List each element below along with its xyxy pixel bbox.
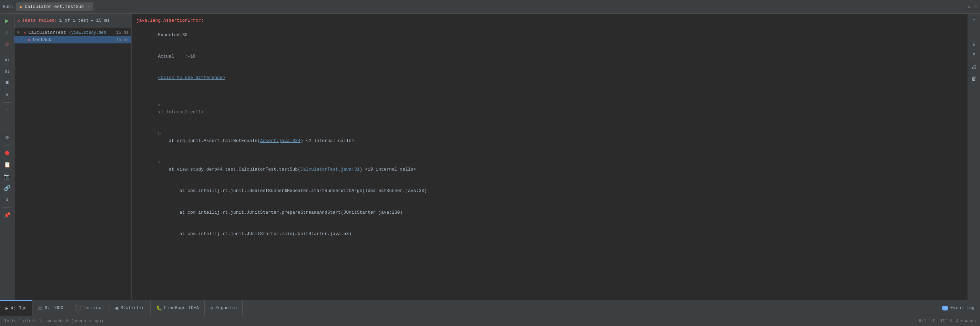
- event-log-badge: 1: [942, 306, 948, 310]
- run-label: Run:: [3, 4, 13, 9]
- click-difference-link[interactable]: <Click to see difference>: [158, 75, 225, 80]
- at-label-4: at com.intellij.rt.junit.JUnitStarter.pr…: [158, 210, 402, 215]
- stack-frame-4: at com.intellij.rt.junit.JUnitStarter.pr…: [137, 202, 963, 223]
- stack-frame-1: ▷ at org.junit.Assert.failNotEquals(Asse…: [137, 123, 963, 152]
- test-tree-items: ▼ ✕ CalculatorTest (view.study.dem 15 ms…: [14, 27, 131, 300]
- import-icon[interactable]: ⬇: [2, 195, 12, 205]
- camera-icon[interactable]: 📷: [2, 172, 12, 181]
- todo-tab-label: 6: TODO: [45, 305, 64, 310]
- status-tabs-bar: ▶ 4: Run ☰ 6: TODO ⬛ Terminal ◉ Statisti…: [0, 300, 980, 316]
- sort-button-1[interactable]: ⇅↑: [2, 55, 12, 64]
- error-icon-testsub: ✕: [27, 37, 30, 43]
- stack-frame-0: ▷ <1 internal call>: [137, 94, 963, 123]
- zeppelin-tab-icon: ◇: [210, 305, 213, 311]
- minimize-icon[interactable]: —: [975, 4, 977, 9]
- right-down-btn[interactable]: ↓: [970, 27, 978, 37]
- status-count: 1 of 1 test: [59, 18, 89, 23]
- at-label-2: at view.study.demo44.test.CalculatorTest…: [158, 167, 300, 172]
- stack-frame-3: at com.intellij.rt.junit.IdeaTestRunner$…: [137, 181, 963, 202]
- sort-button-2[interactable]: ⇅↓: [2, 67, 12, 76]
- tab-run[interactable]: ▶ 4: Run: [0, 300, 32, 316]
- main-content: ▶ ✓ ⊘ ⇅↑ ⇅↓ ≡ ≣ ↑ ↓ ⊙ 🔴 📋 📷 🔗 ⬇ 📌 ✕ Test…: [0, 14, 980, 300]
- separator-2: [3, 102, 11, 103]
- link-2[interactable]: CalculatorTest.java:31: [301, 167, 360, 172]
- list-button-2[interactable]: ≣: [2, 90, 12, 100]
- statistic-tab-label: Statistic: [121, 305, 145, 310]
- click-link-line: <Click to see difference>: [137, 68, 963, 89]
- delete-btn[interactable]: 🗑: [970, 75, 978, 83]
- extra-2: ) <19 internal calls>: [360, 167, 416, 172]
- tab-statistic[interactable]: ◉ Statistic: [110, 300, 151, 316]
- tree-time-testsub: 15 ms: [116, 38, 129, 42]
- extra-1: ) <2 internal calls>: [301, 138, 354, 143]
- indent: 4 spaces: [956, 319, 976, 324]
- separator-4: [3, 145, 11, 145]
- separator-3: [3, 130, 11, 130]
- expected-value: :30: [180, 32, 188, 38]
- todo-tab-icon: ☰: [38, 305, 42, 311]
- right-top-btn[interactable]: ⤒: [970, 51, 978, 60]
- tab-bar: Run: ▶ CalculatorTest.testSub ✕ ⚙ —: [0, 0, 980, 14]
- print-btn[interactable]: 🖨: [970, 63, 978, 72]
- run-tab-label: 4: Run: [10, 306, 27, 311]
- active-tab[interactable]: ▶ CalculatorTest.testSub ✕: [16, 2, 93, 11]
- status-failed-text: Tests failed:: [22, 18, 57, 23]
- check-button[interactable]: ✓: [2, 27, 12, 37]
- expand-btn-2[interactable]: ▷: [158, 159, 161, 165]
- tree-item-testsub[interactable]: ✕ testSub 15 ms: [14, 36, 131, 43]
- error-icon-tree: ✕: [24, 30, 26, 35]
- error-class-line: java.lang.AssertionError:: [137, 17, 963, 24]
- tab-terminal[interactable]: ⬛ Terminal: [69, 300, 110, 316]
- statistic-tab-icon: ◉: [115, 305, 118, 311]
- right-toolbar: ↑ ↓ ⤓ ⤒ 🖨 🗑: [967, 14, 980, 300]
- fail-icon: ✕: [17, 17, 20, 24]
- tab-name: CalculatorTest.testSub: [25, 4, 84, 9]
- tree-sublabel-package: (view.study.dem: [69, 30, 106, 35]
- tree-item-calculatortest[interactable]: ▼ ✕ CalculatorTest (view.study.dem 15 ms: [14, 29, 131, 36]
- pin-icon[interactable]: 📌: [2, 211, 12, 220]
- bottom-status-bar: Tests failed: 1, passed: 0 (moments ago)…: [0, 316, 980, 326]
- tab-close-icon[interactable]: ✕: [87, 4, 89, 9]
- tab-run-icon: ▶: [20, 4, 22, 10]
- down-button[interactable]: ↓: [2, 117, 12, 127]
- link-icon[interactable]: 🔗: [2, 183, 12, 193]
- at-label-1: at org.junit.Assert.failNotEquals(: [158, 138, 260, 143]
- charset: UTF-8: [939, 319, 952, 324]
- output-panel: java.lang.AssertionError: Expected:30 Ac…: [132, 14, 967, 300]
- expected-line: Expected:30: [137, 24, 963, 46]
- tree-time-calculatortest: 15 ms: [116, 30, 129, 35]
- terminal-tab-icon: ⬛: [75, 305, 81, 311]
- status-time: – 15 ms: [91, 18, 110, 23]
- zeppelin-tab-label: Zeppelin: [215, 305, 237, 310]
- expand-btn-1[interactable]: ▷: [158, 131, 161, 136]
- notes-icon[interactable]: 📋: [2, 160, 12, 170]
- stack-frame-5: at com.intellij.rt.junit.JUnitStarter.ma…: [137, 223, 963, 245]
- search-button[interactable]: ⊙: [2, 133, 12, 142]
- at-label-3: at com.intellij.rt.junit.IdeaTestRunner$…: [158, 188, 426, 193]
- list-button-1[interactable]: ≡: [2, 78, 12, 88]
- error-icon: 🔴: [2, 148, 12, 158]
- bottom-status-text: Tests failed: 1, passed: 0 (moments ago): [4, 319, 103, 324]
- right-bottom-btn[interactable]: ⤓: [970, 39, 978, 48]
- tab-zeppelin[interactable]: ◇ Zeppelin: [205, 300, 243, 316]
- stop-button[interactable]: ⊘: [2, 39, 12, 49]
- tab-findbugs[interactable]: 🐛 FindBugs-IDEA: [151, 300, 205, 316]
- cursor-position: 6:1: [919, 319, 926, 324]
- expand-icon[interactable]: ▼: [17, 31, 21, 35]
- run-button[interactable]: ▶: [2, 16, 12, 25]
- separator-1: [3, 52, 11, 52]
- right-up-btn[interactable]: ↑: [970, 16, 978, 25]
- expand-btn-0[interactable]: ▷: [158, 102, 161, 108]
- separator-5: [3, 207, 11, 208]
- findbugs-tab-label: FindBugs-IDEA: [164, 305, 199, 310]
- settings-icon[interactable]: ⚙: [967, 4, 970, 10]
- tab-todo[interactable]: ☰ 6: TODO: [32, 300, 69, 316]
- event-log-button[interactable]: 1 Event Log: [936, 300, 980, 316]
- actual-label: Actual: [158, 54, 174, 59]
- terminal-tab-label: Terminal: [83, 305, 104, 310]
- link-1[interactable]: Assert.java:834: [260, 138, 301, 143]
- up-button[interactable]: ↑: [2, 105, 12, 115]
- actual-value: :-10: [185, 54, 196, 59]
- event-log-label: Event Log: [950, 305, 975, 310]
- line-ending: LF: [931, 319, 935, 324]
